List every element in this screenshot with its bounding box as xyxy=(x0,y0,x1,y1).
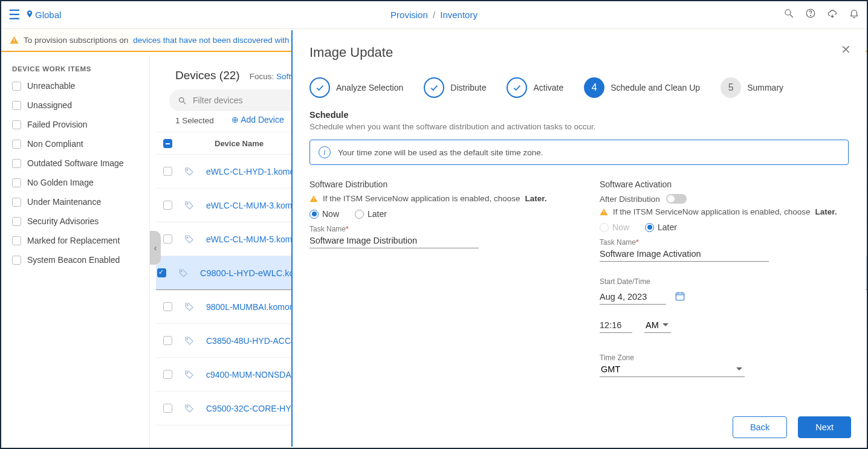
dist-now-radio[interactable]: Now xyxy=(309,209,339,219)
dist-later-radio[interactable]: Later xyxy=(355,209,387,219)
work-item-9[interactable]: System Beacon Enabled xyxy=(12,255,138,265)
work-item-0[interactable]: Unreachable xyxy=(12,81,138,91)
cloud-icon[interactable] xyxy=(827,8,838,22)
work-item-5[interactable]: No Golden Image xyxy=(12,178,138,187)
location-label[interactable]: Global xyxy=(35,10,61,20)
tag-icon[interactable] xyxy=(184,336,194,346)
add-device-button[interactable]: Add Device xyxy=(232,115,284,124)
act-task-input[interactable] xyxy=(600,247,769,262)
row-checkbox[interactable] xyxy=(163,302,172,311)
tag-icon[interactable] xyxy=(184,404,194,413)
step-schedule[interactable]: 4 Schedule and Clean Up xyxy=(584,77,700,98)
svg-point-10 xyxy=(187,237,188,238)
step-distribute[interactable]: Distribute xyxy=(424,77,486,98)
bell-icon[interactable] xyxy=(849,8,860,22)
svg-point-8 xyxy=(187,169,188,170)
row-checkbox[interactable] xyxy=(163,167,172,176)
checkbox[interactable] xyxy=(12,140,21,149)
after-distribution-toggle[interactable] xyxy=(666,194,687,204)
svg-point-15 xyxy=(187,406,188,407)
checkbox[interactable] xyxy=(12,256,21,265)
tag-icon[interactable] xyxy=(184,234,194,244)
device-name-link[interactable]: eWLC-CL-MUM-5.komo xyxy=(206,234,297,244)
panel-footer: Back Next xyxy=(733,416,851,438)
work-item-6[interactable]: Under Maintenance xyxy=(12,197,138,207)
checkbox[interactable] xyxy=(12,236,21,245)
timezone-select[interactable]: GMT xyxy=(600,362,745,377)
checkbox[interactable] xyxy=(12,198,21,207)
work-item-1[interactable]: Unassigned xyxy=(12,100,138,110)
device-name-link[interactable]: C9500-32C-CORE-HYD xyxy=(206,404,297,413)
radio-label: Now xyxy=(322,209,339,219)
step-activate[interactable]: Activate xyxy=(507,77,563,98)
location-pin-icon xyxy=(25,10,34,21)
act-later-radio[interactable]: Later xyxy=(645,222,677,232)
device-name-link[interactable]: eWLC-CL-MUM-3.komo xyxy=(206,201,297,210)
checkbox[interactable] xyxy=(12,120,21,129)
help-icon[interactable] xyxy=(805,8,816,22)
select-all-checkbox[interactable] xyxy=(163,139,172,148)
work-item-4[interactable]: Outdated Software Image xyxy=(12,158,138,168)
work-items-panel: DEVICE WORK ITEMS UnreachableUnassignedF… xyxy=(1,54,150,448)
work-item-8[interactable]: Marked for Replacement xyxy=(12,236,138,245)
work-item-3[interactable]: Non Compliant xyxy=(12,139,138,149)
ampm-select[interactable]: AM xyxy=(644,318,671,333)
tag-icon[interactable] xyxy=(184,167,194,176)
device-name-link[interactable]: C3850-48U-HYD-ACC4 xyxy=(206,336,296,346)
itms-later: Later. xyxy=(815,207,837,216)
checkbox[interactable] xyxy=(12,159,21,168)
breadcrumb-inventory[interactable]: Inventory xyxy=(440,10,478,20)
tag-icon[interactable] xyxy=(184,370,194,380)
dist-task-input[interactable] xyxy=(309,233,479,248)
work-items-header: DEVICE WORK ITEMS xyxy=(12,65,138,73)
step-analyze[interactable]: Analyze Selection xyxy=(309,77,403,98)
breadcrumb-sep: / xyxy=(433,10,435,20)
radio-label: Later xyxy=(658,222,677,232)
row-checkbox[interactable] xyxy=(163,201,172,210)
work-item-7[interactable]: Security Advisories xyxy=(12,216,138,226)
svg-rect-18 xyxy=(603,210,604,213)
row-checkbox[interactable] xyxy=(163,404,172,413)
row-checkbox[interactable] xyxy=(163,234,172,244)
collapse-sidebar-tab[interactable]: ‹ xyxy=(150,231,161,265)
close-icon[interactable]: ✕ xyxy=(841,42,851,57)
distribution-column: Software Distribution If the ITSM Servic… xyxy=(309,179,563,377)
itms-text: If the ITSM ServiceNow application is en… xyxy=(323,194,520,203)
dist-task-label: Task Name* xyxy=(309,225,563,233)
device-name-link[interactable]: eWLC-CL-HYD-1.komon xyxy=(206,167,299,176)
start-date-input[interactable] xyxy=(600,289,666,305)
work-item-2[interactable]: Failed Provision xyxy=(12,120,138,129)
device-name-link[interactable]: C9800-L-HYD-eWLC.ko xyxy=(200,268,294,278)
back-button[interactable]: Back xyxy=(733,416,787,438)
checkbox[interactable] xyxy=(12,178,21,187)
tag-icon[interactable] xyxy=(184,201,194,210)
warning-icon xyxy=(600,208,608,216)
filter-placeholder: Filter devices xyxy=(193,95,242,105)
device-name-link[interactable]: 9800L-MUMBAI.komono xyxy=(206,302,299,312)
schedule-subtext: Schedule when you want the software dist… xyxy=(309,122,849,131)
checkbox[interactable] xyxy=(12,217,21,226)
work-item-label: Unreachable xyxy=(27,81,75,91)
col-device-name[interactable]: Device Name xyxy=(215,139,264,148)
checkbox[interactable] xyxy=(12,82,21,91)
next-button[interactable]: Next xyxy=(798,416,851,438)
itms-later: Later. xyxy=(525,194,546,203)
start-time-input[interactable] xyxy=(600,318,632,333)
search-icon[interactable] xyxy=(783,8,794,22)
menu-icon[interactable]: ☰ xyxy=(8,7,21,23)
work-item-label: Under Maintenance xyxy=(27,197,101,207)
calendar-icon[interactable] xyxy=(675,291,685,304)
tag-icon[interactable] xyxy=(178,268,188,278)
breadcrumb-provision[interactable]: Provision xyxy=(390,10,428,20)
row-checkbox[interactable] xyxy=(163,370,172,379)
checkbox[interactable] xyxy=(12,101,21,110)
row-checkbox[interactable] xyxy=(163,336,172,345)
row-checkbox[interactable] xyxy=(157,268,166,277)
device-name-link[interactable]: c9400-MUM-NONSDA- xyxy=(206,370,294,380)
schedule-heading: Schedule xyxy=(309,110,849,120)
work-item-label: Non Compliant xyxy=(27,139,83,149)
act-now-radio: Now xyxy=(600,222,629,232)
top-bar: ☰ Global Provision / Inventory xyxy=(1,1,867,29)
step-summary[interactable]: 5 Summary xyxy=(721,77,783,98)
tag-icon[interactable] xyxy=(184,302,194,312)
